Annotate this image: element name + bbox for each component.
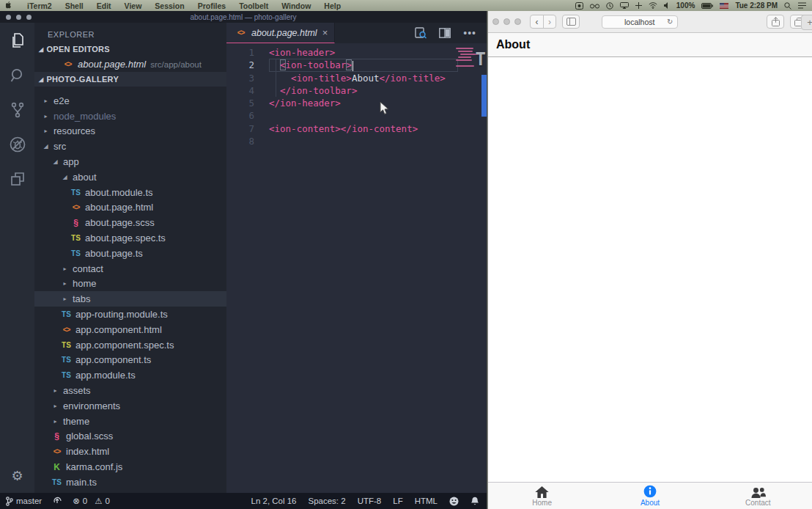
feedback-smiley-icon[interactable] [449,497,459,506]
minimize-window-button[interactable] [503,18,510,25]
spotlight-icon[interactable] [784,2,791,10]
airplay-icon[interactable] [620,2,629,9]
code-line-1[interactable]: 1<ion-header> [226,46,487,59]
file-main.ts[interactable]: TSmain.ts [34,475,226,490]
menu-help[interactable]: Help [317,1,347,10]
share-button[interactable] [767,15,784,29]
indentation-setting[interactable]: Spaces: 2 [309,497,346,505]
file-global.scss[interactable]: §global.scss [34,429,226,444]
eol-setting[interactable]: LF [393,497,402,505]
minimap[interactable] [456,48,476,68]
apple-menu-icon[interactable] [6,1,13,10]
time-machine-icon[interactable] [606,2,613,10]
problems-indicator[interactable]: ⊗ 0 ⚠ 0 [73,496,110,506]
folder-app[interactable]: ◢app [34,154,226,169]
git-branch-indicator[interactable]: master [6,497,42,506]
close-window-button[interactable] [492,18,499,25]
menu-toolbelt[interactable]: Toolbelt [232,1,275,10]
code-line-3[interactable]: 3 <ion-title>About</ion-title> [226,72,487,84]
file-about.module.ts[interactable]: TSabout.module.ts [34,185,226,200]
wifi-icon[interactable] [649,2,657,9]
notifications-bell-icon[interactable] [470,497,479,506]
folder-node_modules[interactable]: ▸node_modules [34,109,226,124]
code-line-5[interactable]: 5</ion-header> [226,97,487,109]
tree-item-label: e2e [53,95,70,106]
address-bar[interactable]: localhost ↻ [602,15,678,29]
file-index.html[interactable]: <>index.html [34,444,226,459]
tab-about[interactable]: About [596,483,704,509]
menu-view[interactable]: View [118,1,149,10]
menu-bar-clock[interactable]: Tue 2:28 PM [735,1,778,10]
code-line-4[interactable]: 4 </ion-toolbar> [226,84,487,97]
ts-file-icon: TS [70,188,81,197]
open-editor-item[interactable]: <> about.page.html src/app/about [34,56,226,72]
code-line-6[interactable]: 6 [226,109,487,122]
menu-app-name[interactable]: iTerm2 [21,1,59,10]
code-line-8[interactable]: 8 [226,135,487,147]
tab-home[interactable]: Home [488,483,596,509]
menu-shell[interactable]: Shell [59,1,90,10]
screen-record-icon[interactable] [575,2,583,10]
file-about.page.html[interactable]: <>about.page.html [34,200,226,216]
menu-session[interactable]: Session [148,1,191,10]
menu-window[interactable]: Window [275,1,317,10]
back-button[interactable]: ‹ [531,15,543,28]
folder-theme[interactable]: ▸theme [34,414,226,429]
file-about.page.spec.ts[interactable]: TSabout.page.spec.ts [34,230,226,246]
sidebar-toggle-button[interactable] [562,15,580,29]
sync-button[interactable] [52,497,62,505]
code-line-2[interactable]: 2 <ion-toolbar> [226,59,487,71]
extensions-icon[interactable] [9,170,26,188]
source-control-icon[interactable] [9,101,26,119]
open-preview-icon[interactable] [415,27,427,39]
file-karma.conf.js[interactable]: Kkarma.conf.js [34,459,226,475]
file-app.component.html[interactable]: <>app.component.html [34,322,226,337]
folder-environments[interactable]: ▸environments [34,398,226,414]
flag-icon[interactable] [720,3,728,9]
menu-profiles[interactable]: Profiles [191,1,233,10]
battery-icon[interactable] [701,3,713,9]
folder-tabs[interactable]: ▸tabs [34,291,226,307]
glasses-icon[interactable] [590,3,599,9]
ts-file-icon: TS [61,356,72,364]
file-app-routing.module.ts[interactable]: TSapp-routing.module.ts [34,307,226,322]
folder-resources[interactable]: ▸resources [34,124,226,139]
more-actions-icon[interactable]: ••• [463,27,476,39]
zoom-window-button[interactable] [514,18,521,25]
html-file-icon: <> [70,203,81,211]
file-about.page.scss[interactable]: §about.page.scss [34,215,226,230]
debug-icon[interactable] [9,136,26,153]
notification-center-icon[interactable] [798,2,806,9]
folder-src[interactable]: ◢src [34,139,226,154]
file-app.module.ts[interactable]: TSapp.module.ts [34,367,226,383]
project-header[interactable]: ◢ PHOTO-GALLERY [34,72,226,87]
folder-about[interactable]: ◢about [34,169,226,185]
tab-contact[interactable]: Contact [704,483,812,509]
split-editor-icon[interactable] [439,28,451,38]
cursor-position[interactable]: Ln 2, Col 16 [251,497,297,505]
folder-e2e[interactable]: ▸e2e [34,93,226,109]
menu-edit[interactable]: Edit [90,1,118,10]
folder-contact[interactable]: ▸contact [34,261,226,277]
close-tab-icon[interactable]: × [322,27,328,38]
settings-gear-icon[interactable]: ⚙ [0,468,34,484]
reload-icon[interactable]: ↻ [667,18,673,26]
open-editors-header[interactable]: ◢ OPEN EDITORS [34,42,226,56]
tab-about-page-html[interactable]: <> about.page.html × [226,23,335,43]
search-icon[interactable] [9,67,26,84]
forward-button[interactable]: › [543,15,556,28]
vscode-title-bar[interactable]: about.page.html — photo-gallery [0,11,487,23]
folder-home[interactable]: ▸home [34,277,226,292]
file-about.page.ts[interactable]: TSabout.page.ts [34,246,226,261]
volume-icon[interactable] [664,2,670,9]
folder-assets[interactable]: ▸assets [34,383,226,398]
explorer-icon[interactable] [9,32,26,50]
file-app.component.ts[interactable]: TSapp.component.ts [34,353,226,368]
new-tab-button[interactable]: + [801,15,812,30]
input-source-icon[interactable] [635,2,642,9]
code-editor[interactable]: 1<ion-header>2 <ion-toolbar>3 <ion-title… [226,43,487,493]
language-mode[interactable]: HTML [415,497,438,505]
encoding-setting[interactable]: UTF-8 [358,497,382,505]
file-app.component.spec.ts[interactable]: TSapp.component.spec.ts [34,337,226,353]
code-line-7[interactable]: 7<ion-content></ion-content> [226,122,487,135]
